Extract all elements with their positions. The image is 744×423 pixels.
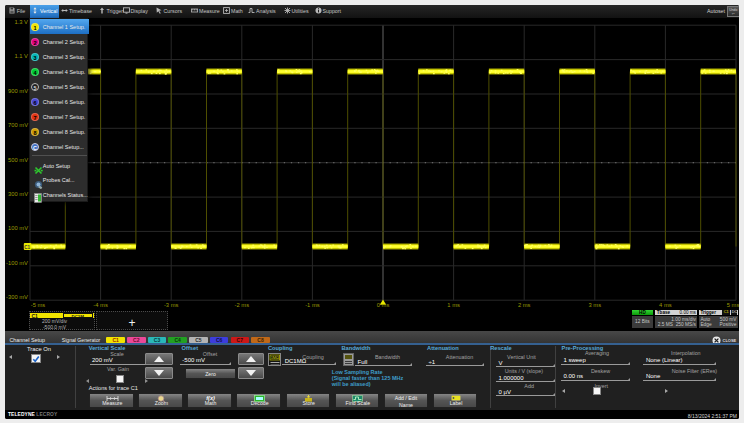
svg-text:C1: C1 (24, 244, 30, 249)
svg-text:1MΩ: 1MΩ (271, 356, 279, 360)
